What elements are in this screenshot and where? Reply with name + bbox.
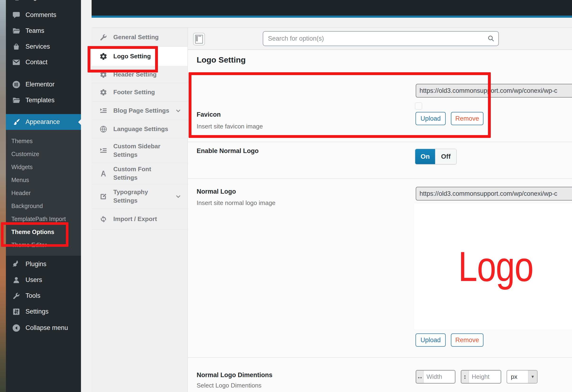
sidebar-item-label: Contact: [26, 59, 48, 66]
unit-select[interactable]: px ▼: [507, 370, 538, 383]
sidebar-item-tools[interactable]: Tools: [6, 288, 81, 304]
elementor-icon: [12, 80, 20, 89]
submenu-item-background[interactable]: Background: [6, 199, 81, 212]
nav-item-custom-font-settings[interactable]: Custom Font Settings: [92, 163, 188, 184]
submenu-label: TemplatePath Import: [11, 216, 66, 222]
options-toolbar: [188, 28, 572, 50]
section-divider: [188, 178, 572, 179]
sidebar-item-settings[interactable]: Settings: [6, 304, 81, 320]
nav-item-label: Import / Export: [113, 215, 172, 223]
sidebar-item-label: Services: [26, 43, 50, 50]
wrench-icon: [12, 292, 20, 300]
admin-sidebar: Pages Comments Teams Services Contact: [6, 0, 81, 392]
sidebar-item-plugins[interactable]: Plugins: [6, 256, 81, 272]
mail-icon: [12, 58, 20, 66]
nav-item-label: Language Settings: [113, 125, 172, 133]
normal-logo-remove-button[interactable]: Remove: [451, 333, 483, 347]
globe-icon: [99, 125, 108, 133]
submenu-item-customize[interactable]: Customize: [6, 147, 81, 161]
enable-normal-logo-toggle[interactable]: On Off: [415, 149, 457, 164]
width-input[interactable]: [424, 371, 455, 383]
folder-open-icon: [12, 96, 20, 105]
favicon-remove-button[interactable]: Remove: [451, 112, 483, 125]
logo-preview-image: Logo: [458, 242, 533, 291]
favicon-checkbox[interactable]: [415, 102, 422, 110]
submenu-item-theme-editor[interactable]: Theme Editor: [6, 239, 81, 251]
chevron-down-icon: [175, 108, 181, 114]
normal-logo-url-input[interactable]: [416, 187, 572, 200]
favicon-upload-button[interactable]: Upload: [415, 112, 446, 125]
sidebar-item-templates[interactable]: Templates: [6, 92, 81, 108]
comments-icon: [12, 11, 20, 19]
sidebar-item-label: Users: [26, 276, 42, 284]
sidebar-item-appearance[interactable]: Appearance: [6, 114, 81, 130]
edit-icon: [99, 192, 108, 201]
sidebar-item-pages[interactable]: Pages: [6, 0, 81, 5]
paintbrush-icon: [12, 118, 20, 126]
submenu-item-theme-options[interactable]: Theme Options: [6, 226, 81, 239]
sidebar-item-contact[interactable]: Contact: [6, 54, 81, 70]
submenu-item-widgets[interactable]: Widgets: [6, 161, 81, 174]
enable-normal-logo-label: Enable Normal Logo: [197, 147, 259, 155]
gear-icon: [99, 70, 108, 79]
pages-icon: [12, 0, 20, 2]
nav-item-label: General Setting: [113, 33, 172, 41]
nav-item-label: Custom Font Settings: [113, 165, 172, 181]
topbar-accent-line: [92, 16, 572, 18]
submenu-label: Theme Editor: [11, 242, 47, 248]
nav-item-footer-setting[interactable]: Footer Setting: [92, 83, 188, 101]
sidebar-item-label: Comments: [26, 11, 56, 19]
upload-button-label: Upload: [420, 115, 441, 122]
page-title: Logo Setting: [197, 55, 246, 65]
chevron-down-icon: [175, 193, 181, 199]
toggle-off-option[interactable]: Off: [435, 149, 456, 164]
submenu-item-templatepath-import[interactable]: TemplatePath Import: [6, 212, 81, 226]
nav-item-header-setting[interactable]: Header Setting: [92, 66, 188, 83]
submenu-label: Theme Options: [11, 229, 54, 235]
submenu-label: Widgets: [11, 164, 32, 170]
toggle-on-option[interactable]: On: [415, 149, 435, 164]
sidebar-item-label: Plugins: [26, 261, 47, 268]
select-arrow-icon: ▼: [528, 371, 537, 383]
nav-item-logo-setting[interactable]: Logo Setting: [92, 47, 188, 66]
sidebar-item-label: Pages: [26, 0, 44, 1]
upload-button-label: Upload: [420, 337, 441, 344]
nav-item-label: Footer Setting: [113, 88, 172, 96]
gear-icon: [99, 88, 108, 97]
submenu-item-themes[interactable]: Themes: [6, 135, 81, 147]
folder-icon: [12, 27, 20, 35]
normal-logo-description: Insert site normal logo image: [197, 199, 275, 207]
search-input[interactable]: [263, 31, 499, 46]
normal-logo-dimensions-label: Normal Logo Dimentions: [197, 372, 272, 379]
plugin-icon: [12, 260, 20, 268]
nav-item-label: Typography Settings: [113, 188, 172, 205]
normal-logo-dimensions-description: Select Logo Dimentions: [197, 382, 262, 389]
sidebar-collapse-menu[interactable]: Collapse menu: [6, 320, 81, 336]
sidebar-item-teams[interactable]: Teams: [6, 23, 81, 39]
normal-logo-upload-button[interactable]: Upload: [415, 333, 446, 347]
appearance-submenu: Themes Customize Widgets Menus Header Ba…: [6, 130, 81, 256]
nav-item-label: Custom Sidebar Settings: [113, 142, 172, 159]
sidebar-item-elementor[interactable]: Elementor: [6, 77, 81, 92]
favicon-url-input[interactable]: [416, 84, 572, 98]
gear-icon: [99, 52, 108, 61]
nav-item-language-settings[interactable]: Language Settings: [92, 120, 188, 138]
submenu-label: Menus: [11, 177, 29, 183]
nav-item-blog-page-settings[interactable]: Blog Page Settings: [92, 101, 188, 120]
submenu-item-header[interactable]: Header: [6, 187, 81, 199]
nav-item-general-setting[interactable]: General Setting: [92, 28, 188, 47]
height-input[interactable]: [469, 371, 501, 383]
sidebar-item-label: Templates: [26, 97, 55, 104]
nav-item-import-export[interactable]: Import / Export: [92, 209, 188, 229]
submenu-label: Themes: [11, 138, 32, 145]
expand-options-button[interactable]: [193, 33, 205, 45]
nav-item-custom-sidebar-settings[interactable]: Custom Sidebar Settings: [92, 138, 188, 163]
collapse-icon: [12, 324, 20, 332]
sidebar-item-comments[interactable]: Comments: [6, 7, 81, 23]
submenu-item-menus[interactable]: Menus: [6, 174, 81, 187]
sidebar-item-services[interactable]: Services: [6, 39, 81, 55]
nav-item-typography-settings[interactable]: Typography Settings: [92, 184, 188, 209]
sidebar-item-users[interactable]: Users: [6, 272, 81, 288]
user-icon: [12, 276, 20, 284]
section-divider: [188, 357, 572, 358]
